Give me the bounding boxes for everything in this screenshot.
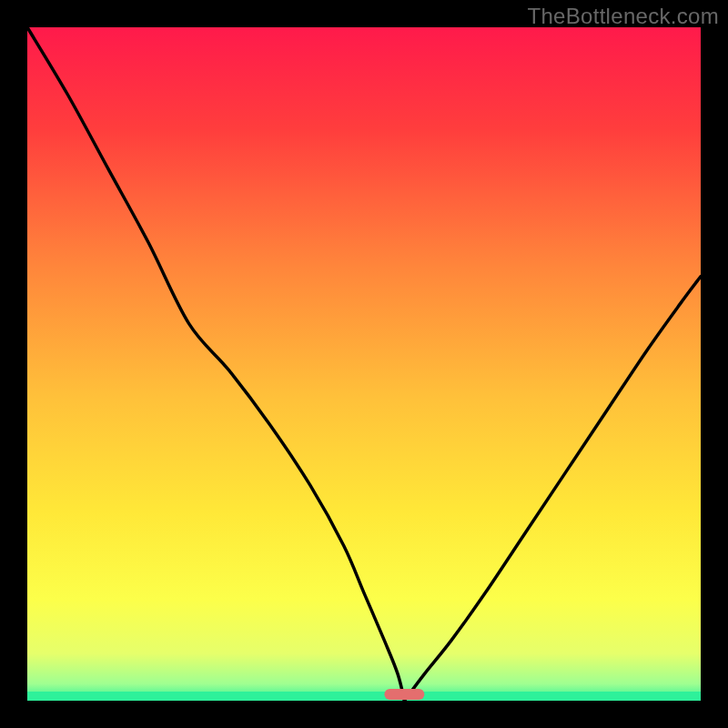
- watermark-text: TheBottleneck.com: [527, 4, 719, 29]
- green-baseline-strip: [27, 692, 701, 701]
- bottleneck-chart: [0, 0, 728, 728]
- plot-gradient-background: [27, 27, 701, 701]
- optimal-point-marker: [384, 689, 424, 700]
